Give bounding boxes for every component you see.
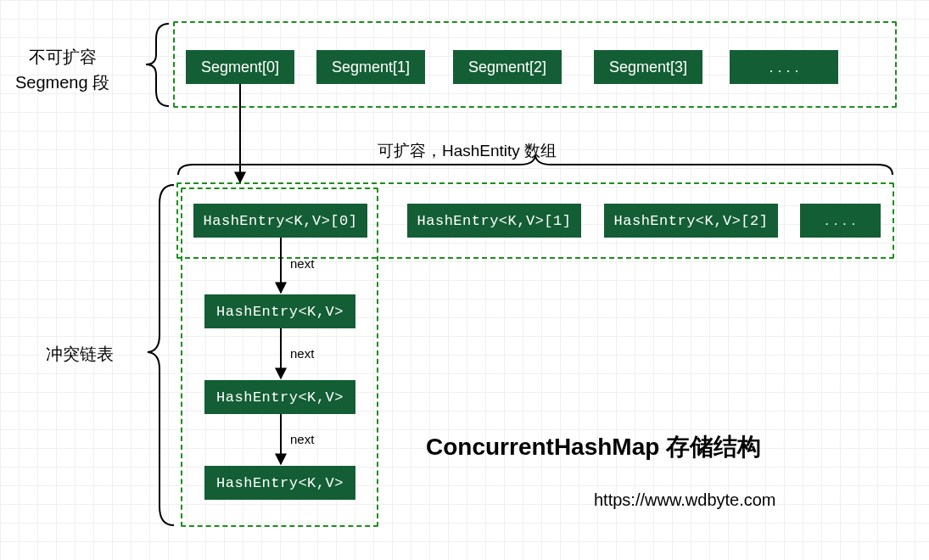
hashentry-2: HashEntry<K,V>[2] xyxy=(604,204,778,238)
label-next-1: next xyxy=(290,256,314,271)
segment-2: Segment[2] xyxy=(453,50,562,84)
label-non-expandable-2: Segmeng 段 xyxy=(15,71,109,94)
diagram-title: ConcurrentHashMap 存储结构 xyxy=(426,431,761,463)
hashentry-1: HashEntry<K,V>[1] xyxy=(407,204,581,238)
segment-more: . . . . xyxy=(730,50,838,84)
hashentry-0: HashEntry<K,V>[0] xyxy=(193,204,367,238)
hashentry-node-1: HashEntry<K,V> xyxy=(204,294,355,328)
hashentry-more: . . . . xyxy=(800,204,881,238)
label-conflict-list: 冲突链表 xyxy=(46,343,114,366)
hashentry-node-2: HashEntry<K,V> xyxy=(204,380,355,414)
segment-0: Segment[0] xyxy=(186,50,294,84)
label-non-expandable-1: 不可扩容 xyxy=(29,46,97,69)
segment-1: Segment[1] xyxy=(316,50,425,84)
label-expandable: 可扩容，HashEntity 数组 xyxy=(378,140,557,162)
hashentry-node-3: HashEntry<K,V> xyxy=(204,466,355,500)
diagram-url: https://www.wdbyte.com xyxy=(594,490,776,510)
label-next-3: next xyxy=(290,432,314,446)
segment-3: Segment[3] xyxy=(594,50,702,84)
label-next-2: next xyxy=(290,346,314,361)
